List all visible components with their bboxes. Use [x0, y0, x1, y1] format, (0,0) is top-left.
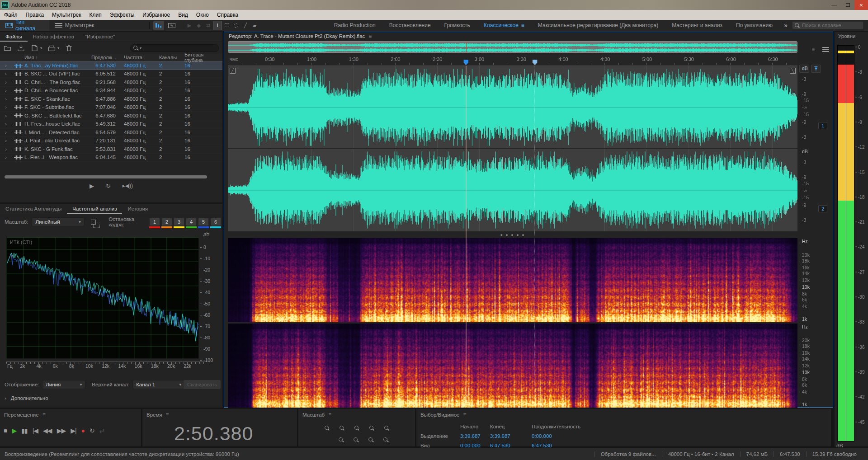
preview-play-button[interactable]: ▶ [90, 183, 94, 189]
slip-tool[interactable]: ◆ [194, 21, 203, 30]
menu-item[interactable]: Правка [22, 10, 48, 20]
duration-value[interactable]: 0:00.000 [532, 433, 590, 439]
display-select[interactable]: Линия▾ [42, 380, 85, 389]
panel-tab[interactable]: Файлы [0, 32, 28, 42]
zoom-in-full-button[interactable] [336, 435, 347, 444]
scan-button[interactable]: Сканировать [184, 380, 221, 389]
maximize-button[interactable] [841, 0, 854, 10]
waveform-display[interactable]: ╱ ╲ [228, 66, 797, 231]
panel-menu-icon[interactable] [328, 412, 331, 418]
panel-menu-icon[interactable] [42, 412, 46, 418]
workspace-tab[interactable]: Восстановление≡ [382, 20, 438, 31]
end-value[interactable]: 3:39.687 [490, 433, 532, 439]
help-search-box[interactable] [792, 21, 863, 29]
row-expand-icon[interactable]: › [0, 146, 12, 152]
workspace-tab[interactable]: Громкость≡ [438, 20, 477, 31]
horizontal-scrollbar[interactable] [5, 175, 207, 178]
record-button[interactable]: ● [81, 427, 85, 434]
play-button[interactable]: ▶ [12, 427, 16, 434]
edit-overlay-icon[interactable]: ╱ [230, 68, 236, 74]
J. Paul...olar Unreal.flac[interactable]: › J. Paul...olar Unreal.flac 7:20.131 48… [0, 137, 222, 146]
loop-playback-button[interactable]: ↻ [90, 427, 94, 434]
spot-healing-brush-tool[interactable]: ▰ [250, 21, 259, 30]
menu-item[interactable]: Справка [213, 10, 242, 20]
copy-frame-icon[interactable] [91, 220, 96, 225]
workspace-menu-icon[interactable]: ≡ [521, 22, 524, 28]
menu-item[interactable]: Клип [85, 10, 106, 20]
zoom-out-amplitude-button[interactable] [336, 423, 347, 432]
hold-button[interactable]: 4 [186, 218, 197, 226]
level-meter[interactable] [837, 45, 854, 441]
skip-to-start-button[interactable]: |◀ [33, 427, 38, 434]
trash-icon[interactable] [65, 45, 73, 52]
panel-menu-icon[interactable] [463, 412, 466, 418]
menu-item[interactable]: Файл [0, 10, 22, 20]
panel-tab[interactable]: "Избранное" [80, 32, 120, 42]
panel-tab[interactable]: Статистика Амплитуды [0, 204, 67, 214]
import-file-icon[interactable] [17, 45, 25, 52]
panel-tab[interactable]: История [122, 204, 153, 214]
scale-select[interactable]: Линейный▾ [32, 217, 84, 226]
hold-button[interactable]: 1 [149, 218, 160, 226]
hold-button[interactable]: 6 [210, 218, 221, 226]
zoom-out-full-button[interactable] [351, 423, 362, 432]
help-search-input[interactable] [802, 23, 856, 28]
hud-icon[interactable]: ╲ [790, 68, 796, 74]
pan-zoom-icon[interactable]: ⊕ [811, 47, 818, 52]
panel-tab[interactable]: Частотный анализ [67, 204, 122, 214]
display-options-icon[interactable] [822, 47, 829, 52]
workspace-tab[interactable]: Radio Production≡ [327, 20, 382, 31]
zoom-in-time-button[interactable] [381, 435, 392, 444]
zoom-in-edge-left-button[interactable] [366, 423, 377, 432]
zoom-reset-button[interactable] [351, 435, 362, 444]
time-stretch-tool[interactable]: ⇄ [203, 21, 213, 30]
D. Chri...e Bouncer.flac[interactable]: › D. Chri...e Bouncer.flac 6:34.944 4800… [0, 87, 222, 95]
multitrack-mode-button[interactable]: Мультитрек [49, 20, 99, 31]
row-expand-icon[interactable]: › [0, 113, 12, 118]
F. SKC - Subtribe.flac[interactable]: › F. SKC - Subtribe.flac 7:07.046 48000 … [0, 103, 222, 112]
show-waveform-view-button[interactable] [153, 21, 164, 30]
stop-button[interactable]: ■ [4, 427, 7, 434]
row-expand-icon[interactable]: › [0, 96, 12, 102]
wave-spectral-splitter[interactable]: ● ● ● ● ● [228, 233, 797, 237]
A. Trac...ay Remix).flac[interactable]: › A. Trac...ay Remix).flac 6:47.530 4800… [0, 61, 222, 70]
minimize-button[interactable]: — [827, 0, 841, 10]
fast-forward-button[interactable]: ▶▶ [57, 427, 66, 434]
panel-menu-icon[interactable] [166, 412, 169, 418]
K. SKC - G Funk.flac[interactable]: › K. SKC - G Funk.flac 5:53.831 48000 Гц… [0, 145, 222, 154]
zoom-in-edge-right-button[interactable] [366, 435, 377, 444]
title-bar[interactable]: Au Adobe Audition CC 2018 — × [0, 0, 868, 10]
start-value[interactable]: 3:39.687 [460, 433, 490, 439]
lasso-selection-tool[interactable] [231, 21, 241, 30]
insert-dropdown-icon[interactable]: ▾ [57, 46, 59, 50]
E. SKC - Skank.flac[interactable]: › E. SKC - Skank.flac 6:47.886 48000 Гц … [0, 95, 222, 103]
auto-play-button[interactable]: ▸◀)) [123, 183, 133, 189]
frequency-analysis-graph[interactable] [6, 237, 199, 359]
row-expand-icon[interactable]: › [0, 63, 12, 68]
skip-selection-button[interactable]: ⇄ [99, 427, 104, 434]
close-button[interactable]: × [854, 0, 868, 10]
hold-button[interactable]: 5 [198, 218, 209, 226]
paintbrush-selection-tool[interactable]: ╱ [241, 21, 250, 30]
open-file-icon[interactable] [4, 45, 11, 52]
menu-item[interactable]: Эффекты [106, 10, 139, 20]
C. Chri... - The Borg.flac[interactable]: › C. Chri... - The Borg.flac 6:21.568 48… [0, 78, 222, 87]
files-search-box[interactable]: ▾ [130, 44, 219, 52]
workspace-tab[interactable]: Мастеринг и анализ≡ [665, 20, 729, 31]
menu-item[interactable]: Избранное [138, 10, 174, 20]
insert-to-multitrack-icon[interactable] [48, 45, 56, 52]
pause-button[interactable]: ▮▮ [21, 427, 27, 434]
move-tool[interactable]: ▶ [185, 21, 194, 30]
workspace-tab[interactable]: По умолчанию≡ [729, 20, 779, 31]
timeline-ruler[interactable]: чмс 0:301:001:302:002:303:003:304:004:30… [228, 55, 797, 66]
editor-header[interactable]: Редактор: A. Trace - Mutant Closure Pt2 … [224, 32, 833, 40]
skip-to-end-button[interactable]: ▶| [71, 427, 76, 434]
new-file-dropdown-icon[interactable]: ▾ [40, 46, 42, 50]
G. SKC ... Battlefield.flac[interactable]: › G. SKC ... Battlefield.flac 6:47.680 4… [0, 112, 222, 120]
rewind-button[interactable]: ◀◀ [43, 427, 52, 434]
spectrogram-channel-2[interactable] [228, 324, 797, 408]
row-expand-icon[interactable]: › [0, 121, 12, 127]
hold-button[interactable]: 2 [161, 218, 172, 226]
row-expand-icon[interactable]: › [0, 155, 12, 160]
row-expand-icon[interactable]: › [0, 130, 12, 135]
